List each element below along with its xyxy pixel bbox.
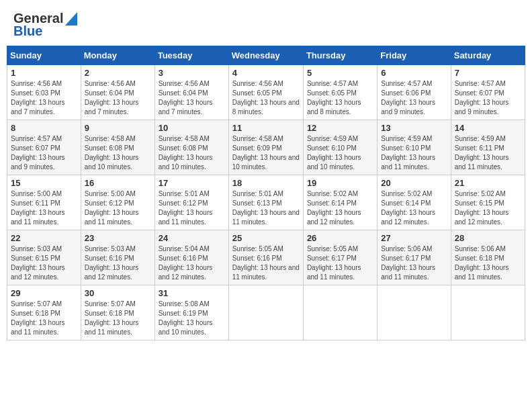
calendar-cell: 24 Sunrise: 5:04 AMSunset: 6:16 PMDaylig…	[154, 230, 228, 285]
calendar-cell: 27 Sunrise: 5:06 AMSunset: 6:17 PMDaylig…	[378, 230, 451, 285]
calendar-cell	[378, 285, 451, 340]
calendar-cell	[451, 285, 525, 340]
calendar-cell: 19 Sunrise: 5:02 AMSunset: 6:14 PMDaylig…	[303, 175, 377, 230]
day-number: 12	[307, 123, 373, 133]
day-number: 13	[381, 123, 447, 133]
logo-blue-text: Blue	[13, 24, 42, 39]
page-header: General Blue	[7, 7, 525, 43]
day-info: Sunrise: 4:56 AMSunset: 6:05 PMDaylight:…	[232, 80, 300, 116]
day-number: 4	[232, 68, 300, 78]
calendar-cell: 16 Sunrise: 5:00 AMSunset: 6:12 PMDaylig…	[81, 175, 154, 230]
day-info: Sunrise: 4:59 AMSunset: 6:10 PMDaylight:…	[381, 135, 435, 171]
day-info: Sunrise: 4:59 AMSunset: 6:10 PMDaylight:…	[307, 135, 361, 171]
calendar-cell	[303, 285, 377, 340]
day-number: 6	[381, 68, 447, 78]
calendar-cell: 4 Sunrise: 4:56 AMSunset: 6:05 PMDayligh…	[228, 65, 303, 120]
day-info: Sunrise: 4:58 AMSunset: 6:08 PMDaylight:…	[159, 135, 213, 171]
day-number: 8	[11, 123, 77, 133]
calendar-cell: 10 Sunrise: 4:58 AMSunset: 6:08 PMDaylig…	[154, 120, 228, 175]
day-number: 30	[85, 288, 151, 298]
day-number: 17	[159, 178, 225, 188]
day-info: Sunrise: 5:00 AMSunset: 6:12 PMDaylight:…	[85, 190, 139, 226]
svg-marker-0	[65, 12, 77, 26]
day-number: 3	[159, 68, 225, 78]
day-number: 15	[11, 178, 77, 188]
day-info: Sunrise: 5:02 AMSunset: 6:14 PMDaylight:…	[381, 190, 435, 226]
day-number: 26	[307, 233, 373, 243]
day-number: 31	[159, 288, 225, 298]
calendar-cell: 28 Sunrise: 5:06 AMSunset: 6:18 PMDaylig…	[451, 230, 525, 285]
calendar-cell: 22 Sunrise: 5:03 AMSunset: 6:15 PMDaylig…	[7, 230, 81, 285]
day-info: Sunrise: 4:57 AMSunset: 6:07 PMDaylight:…	[11, 135, 65, 171]
day-info: Sunrise: 5:06 AMSunset: 6:17 PMDaylight:…	[381, 245, 435, 281]
day-number: 5	[307, 68, 373, 78]
day-number: 19	[307, 178, 373, 188]
logo: General Blue	[13, 11, 77, 39]
day-number: 18	[232, 178, 300, 188]
calendar-cell: 25 Sunrise: 5:05 AMSunset: 6:16 PMDaylig…	[228, 230, 303, 285]
calendar-header-row: SundayMondayTuesdayWednesdayThursdayFrid…	[7, 46, 525, 65]
calendar-cell: 8 Sunrise: 4:57 AMSunset: 6:07 PMDayligh…	[7, 120, 81, 175]
calendar-week-5: 29 Sunrise: 5:07 AMSunset: 6:18 PMDaylig…	[7, 285, 525, 340]
day-info: Sunrise: 5:02 AMSunset: 6:14 PMDaylight:…	[307, 190, 361, 226]
day-number: 29	[11, 288, 77, 298]
day-number: 2	[85, 68, 151, 78]
weekday-header-monday: Monday	[81, 46, 154, 65]
calendar-week-1: 1 Sunrise: 4:56 AMSunset: 6:03 PMDayligh…	[7, 65, 525, 120]
weekday-header-thursday: Thursday	[303, 46, 377, 65]
calendar-cell: 23 Sunrise: 5:03 AMSunset: 6:16 PMDaylig…	[81, 230, 154, 285]
calendar-cell: 12 Sunrise: 4:59 AMSunset: 6:10 PMDaylig…	[303, 120, 377, 175]
day-info: Sunrise: 4:57 AMSunset: 6:06 PMDaylight:…	[381, 80, 435, 116]
calendar-week-2: 8 Sunrise: 4:57 AMSunset: 6:07 PMDayligh…	[7, 120, 525, 175]
calendar-cell: 15 Sunrise: 5:00 AMSunset: 6:11 PMDaylig…	[7, 175, 81, 230]
day-number: 20	[381, 178, 447, 188]
calendar-cell: 26 Sunrise: 5:05 AMSunset: 6:17 PMDaylig…	[303, 230, 377, 285]
calendar-week-3: 15 Sunrise: 5:00 AMSunset: 6:11 PMDaylig…	[7, 175, 525, 230]
weekday-header-sunday: Sunday	[7, 46, 81, 65]
weekday-header-friday: Friday	[378, 46, 451, 65]
calendar-cell: 7 Sunrise: 4:57 AMSunset: 6:07 PMDayligh…	[451, 65, 525, 120]
calendar-cell: 9 Sunrise: 4:58 AMSunset: 6:08 PMDayligh…	[81, 120, 154, 175]
day-info: Sunrise: 5:06 AMSunset: 6:18 PMDaylight:…	[455, 245, 509, 281]
weekday-header-wednesday: Wednesday	[228, 46, 303, 65]
day-number: 22	[11, 233, 77, 243]
day-info: Sunrise: 5:00 AMSunset: 6:11 PMDaylight:…	[11, 190, 65, 226]
day-info: Sunrise: 4:58 AMSunset: 6:08 PMDaylight:…	[85, 135, 139, 171]
day-number: 1	[11, 68, 77, 78]
day-number: 9	[85, 123, 151, 133]
day-info: Sunrise: 5:01 AMSunset: 6:13 PMDaylight:…	[232, 190, 300, 226]
calendar-cell: 14 Sunrise: 4:59 AMSunset: 6:11 PMDaylig…	[451, 120, 525, 175]
calendar-cell: 11 Sunrise: 4:58 AMSunset: 6:09 PMDaylig…	[228, 120, 303, 175]
weekday-header-saturday: Saturday	[451, 46, 525, 65]
day-number: 24	[159, 233, 225, 243]
weekday-header-tuesday: Tuesday	[154, 46, 228, 65]
calendar-cell: 31 Sunrise: 5:08 AMSunset: 6:19 PMDaylig…	[154, 285, 228, 340]
calendar-cell: 6 Sunrise: 4:57 AMSunset: 6:06 PMDayligh…	[378, 65, 451, 120]
day-info: Sunrise: 4:58 AMSunset: 6:09 PMDaylight:…	[232, 135, 300, 171]
day-info: Sunrise: 5:03 AMSunset: 6:15 PMDaylight:…	[11, 245, 65, 281]
day-info: Sunrise: 5:04 AMSunset: 6:16 PMDaylight:…	[159, 245, 213, 281]
day-info: Sunrise: 5:05 AMSunset: 6:16 PMDaylight:…	[232, 245, 300, 281]
calendar-table: SundayMondayTuesdayWednesdayThursdayFrid…	[7, 46, 525, 340]
day-info: Sunrise: 5:07 AMSunset: 6:18 PMDaylight:…	[85, 300, 139, 336]
day-info: Sunrise: 5:07 AMSunset: 6:18 PMDaylight:…	[11, 300, 65, 336]
calendar-cell: 21 Sunrise: 5:02 AMSunset: 6:15 PMDaylig…	[451, 175, 525, 230]
day-info: Sunrise: 4:57 AMSunset: 6:07 PMDaylight:…	[455, 80, 509, 116]
day-info: Sunrise: 5:08 AMSunset: 6:19 PMDaylight:…	[159, 300, 213, 336]
day-info: Sunrise: 4:59 AMSunset: 6:11 PMDaylight:…	[455, 135, 509, 171]
calendar-cell: 29 Sunrise: 5:07 AMSunset: 6:18 PMDaylig…	[7, 285, 81, 340]
day-info: Sunrise: 4:56 AMSunset: 6:04 PMDaylight:…	[159, 80, 213, 116]
day-number: 10	[159, 123, 225, 133]
day-number: 23	[85, 233, 151, 243]
day-number: 7	[455, 68, 521, 78]
logo-triangle-icon	[65, 12, 77, 26]
calendar-cell: 18 Sunrise: 5:01 AMSunset: 6:13 PMDaylig…	[228, 175, 303, 230]
day-info: Sunrise: 4:57 AMSunset: 6:05 PMDaylight:…	[307, 80, 361, 116]
day-info: Sunrise: 4:56 AMSunset: 6:04 PMDaylight:…	[85, 80, 139, 116]
calendar-cell: 30 Sunrise: 5:07 AMSunset: 6:18 PMDaylig…	[81, 285, 154, 340]
calendar-cell	[228, 285, 303, 340]
day-info: Sunrise: 5:05 AMSunset: 6:17 PMDaylight:…	[307, 245, 361, 281]
day-number: 25	[232, 233, 300, 243]
day-number: 27	[381, 233, 447, 243]
calendar-cell: 5 Sunrise: 4:57 AMSunset: 6:05 PMDayligh…	[303, 65, 377, 120]
